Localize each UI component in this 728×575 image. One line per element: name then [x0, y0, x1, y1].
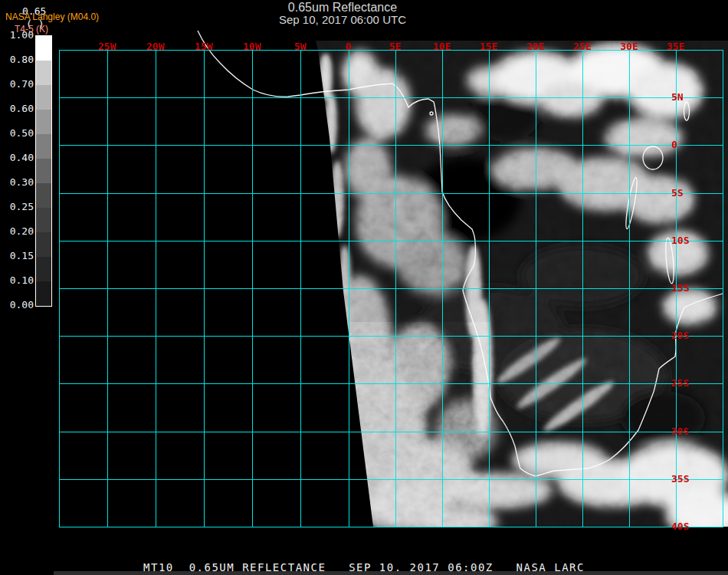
latitude-label: 15S	[671, 283, 689, 293]
latitude-label: 30S	[671, 426, 689, 436]
latitude-label: 20S	[671, 330, 689, 340]
longitude-label: 15E	[474, 41, 504, 51]
grid-parallel-line	[59, 479, 723, 480]
longitude-label: 25E	[567, 41, 598, 51]
colorbar-tick-label: 0.50	[2, 128, 34, 139]
longitude-label: 25W	[92, 41, 123, 51]
longitude-label: 5E	[380, 41, 411, 51]
grid-parallel-line	[59, 288, 723, 289]
longitude-label: 35E	[661, 41, 691, 51]
longitude-label: 10E	[427, 41, 457, 51]
colorbar-tick-label: 0.70	[2, 79, 34, 90]
colorbar-segment	[36, 61, 51, 85]
colorbar-segment	[36, 232, 51, 257]
satellite-product-page: 25W20W15W10W5W05E10E15E20E25E30E35E5N05S…	[0, 0, 728, 575]
longitude-label: 10W	[237, 41, 267, 51]
satellite-image	[0, 0, 728, 575]
colorbar-tick-label: 0.30	[2, 177, 34, 188]
colorbar-tick-label: 0.60	[2, 104, 34, 114]
longitude-label: 20W	[140, 41, 171, 51]
latitude-label: 5S	[671, 188, 684, 198]
colorbar-tick-label: 1.00	[2, 30, 34, 41]
longitude-label: 0	[333, 41, 364, 51]
latitude-label: 0	[671, 140, 677, 150]
grid-parallel-line	[59, 145, 723, 146]
colorbar-segment	[36, 159, 51, 183]
latitude-label: 25S	[671, 378, 689, 388]
colorbar-tick-label: 0.10	[2, 275, 34, 286]
colorbar-segment	[36, 257, 51, 281]
longitude-label: 20E	[520, 41, 551, 51]
colorbar-bar	[35, 35, 52, 307]
colorbar-tick-label: 0.25	[2, 202, 34, 212]
page-title: 0.65um Reflectance	[74, 1, 611, 14]
page-subtitle-datetime: Sep 10, 2017 06:00 UTC	[74, 14, 611, 26]
grid-parallel-line	[59, 383, 723, 384]
colorbar-tick-label: 0.20	[2, 226, 34, 237]
colorbar-tick-label: 0.00	[2, 300, 34, 310]
grid-parallel-line	[59, 336, 723, 337]
colorbar-tick-label: 0.15	[2, 251, 34, 261]
latitude-label: 10S	[671, 235, 689, 245]
latitude-label: 40S	[671, 521, 689, 531]
colorbar-segment	[36, 208, 51, 232]
longitude-label: 30E	[614, 41, 644, 51]
longitude-label: 5W	[285, 41, 316, 51]
colorbar-segment	[36, 134, 51, 159]
reflectance-field	[310, 34, 728, 537]
latitude-label: 35S	[671, 474, 689, 484]
colorbar-segment	[36, 36, 51, 61]
latitude-label: 5N	[671, 92, 684, 102]
grid-parallel-line	[59, 527, 723, 527]
colorbar-tick-label: 0.80	[2, 54, 34, 65]
colorbar-segment	[36, 110, 51, 134]
title-block: 0.65um Reflectance Sep 10, 2017 06:00 UT…	[74, 1, 611, 26]
grid-parallel-line	[59, 241, 723, 242]
colorbar-tick-label: 0.40	[2, 153, 34, 163]
grid-parallel-line	[59, 193, 723, 194]
footer-strip	[54, 571, 728, 575]
colorbar-segment	[36, 281, 51, 306]
colorbar-segment	[36, 85, 51, 110]
grid-parallel-line	[59, 432, 723, 432]
longitude-label: 15W	[189, 41, 219, 51]
grid-parallel-line	[59, 97, 723, 98]
data-source-label: NASA Langley (M04.0)	[5, 12, 99, 22]
colorbar-segment	[36, 183, 51, 208]
